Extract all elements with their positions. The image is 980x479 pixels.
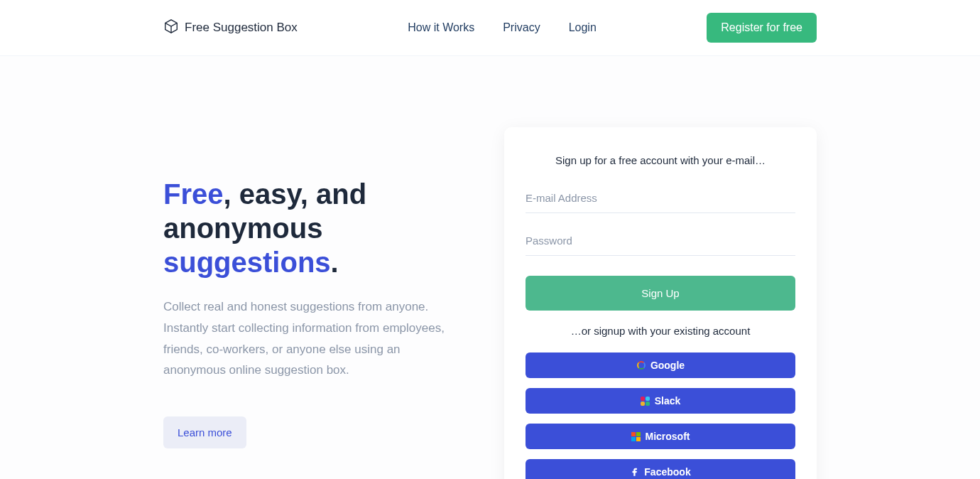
brand-text: Free Suggestion Box xyxy=(185,21,298,35)
nav-privacy[interactable]: Privacy xyxy=(503,21,540,34)
signup-button[interactable]: Sign Up xyxy=(526,276,795,311)
hero-title-end: . xyxy=(331,247,339,278)
google-icon xyxy=(636,360,646,370)
hero-title-accent2: suggestions xyxy=(163,247,331,278)
slack-icon xyxy=(641,396,650,406)
password-field[interactable] xyxy=(526,226,795,256)
header-inner: Free Suggestion Box How it Works Privacy… xyxy=(163,13,817,43)
hero-title: Free, easy, and anonymous suggestions. xyxy=(163,177,476,279)
slack-label: Slack xyxy=(655,395,681,407)
microsoft-signup-button[interactable]: Microsoft xyxy=(526,424,795,449)
hero-description: Collect real and honest suggestions from… xyxy=(163,296,462,381)
facebook-signup-button[interactable]: Facebook xyxy=(526,459,795,479)
main: Free, easy, and anonymous suggestions. C… xyxy=(163,56,817,479)
or-signup-text: …or signup with your existing account xyxy=(526,325,795,337)
google-signup-button[interactable]: Google xyxy=(526,352,795,378)
register-button[interactable]: Register for free xyxy=(707,13,817,43)
microsoft-icon xyxy=(631,431,641,441)
hero: Free, easy, and anonymous suggestions. C… xyxy=(163,127,476,479)
signup-title: Sign up for a free account with your e-m… xyxy=(526,154,795,166)
brand[interactable]: Free Suggestion Box xyxy=(163,18,298,38)
microsoft-label: Microsoft xyxy=(646,431,690,442)
hero-title-accent1: Free xyxy=(163,178,224,210)
nav-login[interactable]: Login xyxy=(569,21,597,34)
email-field[interactable] xyxy=(526,183,795,213)
facebook-icon xyxy=(630,467,640,477)
slack-signup-button[interactable]: Slack xyxy=(526,388,795,414)
signup-card: Sign up for a free account with your e-m… xyxy=(504,127,817,479)
nav-how-it-works[interactable]: How it Works xyxy=(408,21,474,34)
google-label: Google xyxy=(650,360,685,371)
box-icon xyxy=(163,18,179,38)
header: Free Suggestion Box How it Works Privacy… xyxy=(0,0,980,56)
learn-more-button[interactable]: Learn more xyxy=(163,416,246,448)
facebook-label: Facebook xyxy=(644,466,690,478)
nav: How it Works Privacy Login xyxy=(408,21,597,34)
